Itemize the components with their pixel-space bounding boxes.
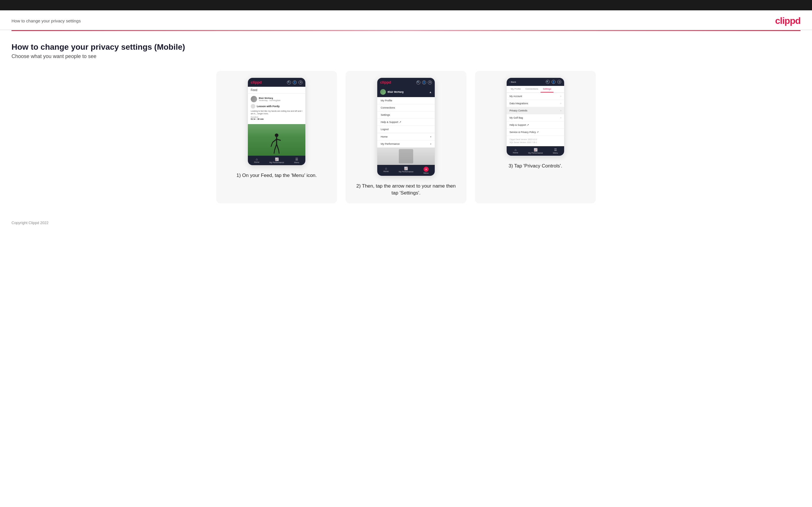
phone-mockup-2: clippd 🔍 👤 ⚙ Blair McHarg ▲ — [377, 78, 435, 176]
menu-help-support[interactable]: Help & Support ↗ — [377, 119, 435, 126]
post-user-info: Blair McHarg Yesterday · Sunningdale — [259, 97, 281, 101]
menu-my-profile[interactable]: My Profile — [377, 97, 435, 104]
menu-user-left: Blair McHarg — [380, 89, 404, 95]
page-subtitle: Choose what you want people to see — [11, 53, 801, 59]
home-icon: ⌂ — [256, 157, 258, 161]
chevron-right-icon-2: › — [560, 102, 561, 105]
back-button[interactable]: ‹ Back — [509, 81, 516, 83]
sub-nav-area: Home ▾ My Performance ▾ — [377, 133, 435, 148]
search-icon[interactable]: 🔍 — [287, 80, 291, 84]
nav-performance-1[interactable]: 📈 My Performance — [269, 157, 284, 163]
menu-icon-3: ☰ — [554, 148, 557, 152]
nav-menu-1[interactable]: ☰ Menu — [294, 157, 299, 163]
svg-line-7 — [274, 150, 274, 154]
steps-container: clippd 🔍 👤 ⚙ Feed Blair McHarg — [11, 71, 801, 204]
service-privacy-label: Service & Privacy Policy ↗ — [509, 131, 539, 133]
nav-performance-3[interactable]: 📈 My Performance — [528, 148, 543, 154]
nav-home-1[interactable]: ⌂ Home — [254, 157, 259, 163]
menu-username: Blair McHarg — [388, 91, 404, 93]
phone-bottom-nav-2: ⌂ Home 📈 My Performance ✕ Menu — [377, 165, 435, 176]
data-integrations-label: Data Integrations — [509, 102, 528, 105]
nav-home-label: Home — [254, 161, 259, 163]
step-3-caption: 3) Tap 'Privacy Controls'. — [509, 163, 562, 169]
tab-connections[interactable]: Connections — [523, 86, 541, 93]
menu-settings[interactable]: Settings — [377, 111, 435, 119]
menu-connections[interactable]: Connections — [377, 104, 435, 111]
settings-row-my-golf-bag[interactable]: My Golf Bag › — [507, 114, 564, 121]
search-icon-2[interactable]: 🔍 — [416, 80, 420, 84]
footer: Copyright Clippd 2022 — [0, 215, 812, 231]
nav-home-3[interactable]: ⌂ Home — [513, 148, 518, 154]
version-info: Clippd Client Version: 2022.8.3-3 SQL Se… — [507, 136, 564, 146]
lesson-duration: Duration01 hr : 30 min — [251, 116, 303, 120]
profile-icon-3[interactable]: 👤 — [552, 80, 556, 84]
settings-row-help-support[interactable]: Help & Support ↗ — [507, 121, 564, 129]
svg-line-8 — [278, 150, 279, 154]
my-golf-bag-label: My Golf Bag — [509, 116, 523, 119]
post-user-meta: Yesterday · Sunningdale — [259, 99, 281, 101]
step-2-card: clippd 🔍 👤 ⚙ Blair McHarg ▲ — [346, 71, 466, 204]
golf-image — [248, 124, 305, 156]
svg-line-5 — [274, 144, 276, 150]
version-line-2: SQL Server Version: 2022.7.30-1 — [509, 141, 537, 143]
close-icon[interactable]: ✕ — [423, 167, 429, 172]
phone-icons-1: 🔍 👤 ⚙ — [287, 80, 303, 84]
settings-row-my-account[interactable]: My Account › — [507, 93, 564, 100]
post-avatar — [251, 96, 257, 102]
menu-logout[interactable]: Logout — [377, 126, 435, 133]
phone-icons-2: 🔍 👤 ⚙ — [416, 80, 432, 84]
lesson-desc: Looking to feel like my hands are exitin… — [251, 110, 303, 115]
help-support-label: Help & Support ↗ — [509, 123, 529, 126]
home-icon-2: ⌂ — [385, 167, 387, 170]
phone-header-1: clippd 🔍 👤 ⚙ — [248, 78, 305, 87]
svg-line-6 — [276, 144, 278, 150]
post-user-name: Blair McHarg — [259, 97, 281, 99]
my-account-label: My Account — [509, 95, 522, 98]
chevron-up-icon[interactable]: ▲ — [429, 91, 432, 94]
settings-icon-3[interactable]: ⚙ — [557, 80, 561, 84]
nav-menu-3[interactable]: ☰ Menu — [553, 148, 558, 154]
menu-home-row[interactable]: Home ▾ — [377, 133, 435, 140]
feed-tab: Feed — [248, 87, 305, 94]
performance-icon-3: 📈 — [534, 148, 538, 152]
menu-performance-row[interactable]: My Performance ▾ — [377, 140, 435, 148]
lesson-title: Lesson with Fordy — [257, 105, 280, 108]
nav-close[interactable]: ✕ Menu — [423, 167, 429, 174]
chevron-down-icon-2: ▾ — [430, 143, 431, 145]
search-icon-3[interactable]: 🔍 — [546, 80, 550, 84]
settings-row-data-integrations[interactable]: Data Integrations › — [507, 100, 564, 107]
page-title: How to change your privacy settings (Mob… — [11, 43, 801, 52]
nav-performance-2[interactable]: 📈 My Performance — [399, 167, 413, 174]
nav-performance-label: My Performance — [269, 161, 284, 163]
performance-icon: 📈 — [275, 157, 279, 161]
golfer-silhouette — [268, 133, 285, 156]
blurred-content — [399, 149, 413, 163]
menu-home-label: Home — [381, 135, 388, 138]
step-3-card: ‹ Back 🔍 👤 ⚙ My Profile Connections Sett… — [475, 71, 596, 204]
version-line-1: Clippd Client Version: 2022.8.3-3 — [509, 138, 537, 140]
svg-line-2 — [272, 139, 276, 143]
settings-icon-2[interactable]: ⚙ — [428, 80, 432, 84]
tab-settings[interactable]: Settings — [541, 86, 554, 93]
nav-menu-label: Menu — [294, 161, 299, 163]
step-1-caption: 1) On your Feed, tap the 'Menu' icon. — [236, 172, 317, 179]
settings-list: My Account › Data Integrations › Privacy… — [507, 93, 564, 136]
menu-icon: ☰ — [295, 157, 298, 161]
settings-row-service-privacy[interactable]: Service & Privacy Policy ↗ — [507, 129, 564, 136]
profile-icon[interactable]: 👤 — [293, 80, 297, 84]
chevron-right-icon: › — [560, 95, 561, 98]
post-user-row: Blair McHarg Yesterday · Sunningdale — [251, 96, 303, 102]
settings-icon[interactable]: ⚙ — [299, 80, 303, 84]
tab-my-profile[interactable]: My Profile — [508, 86, 523, 93]
chevron-down-icon: ▾ — [430, 135, 431, 138]
menu-performance-label: My Performance — [381, 143, 400, 145]
header: How to change your privacy settings clip… — [0, 10, 812, 30]
copyright: Copyright Clippd 2022 — [11, 221, 49, 225]
privacy-controls-label: Privacy Controls — [509, 109, 527, 112]
profile-icon-2[interactable]: 👤 — [422, 80, 426, 84]
performance-icon-2: 📈 — [404, 167, 408, 170]
step-2-caption: 2) Then, tap the arrow next to your name… — [353, 183, 459, 196]
top-bar — [0, 0, 812, 10]
nav-home-2[interactable]: ⌂ Home — [383, 167, 389, 174]
settings-row-privacy-controls[interactable]: Privacy Controls › — [507, 107, 564, 114]
